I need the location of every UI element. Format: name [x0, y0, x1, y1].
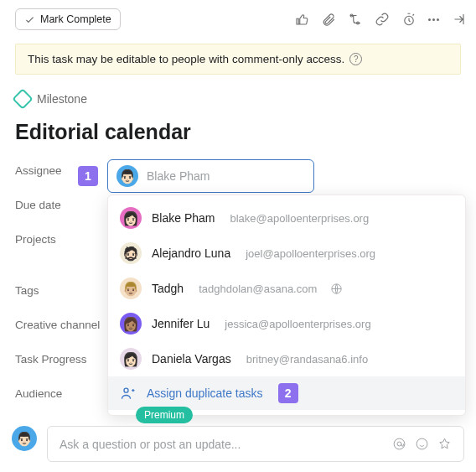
svg-point-5: [416, 438, 427, 449]
mark-complete-label: Mark Complete: [40, 13, 111, 25]
svg-point-4: [397, 442, 401, 446]
globe-icon: [330, 283, 343, 295]
subtask-icon[interactable]: [348, 12, 363, 27]
callout-1: 1: [78, 166, 98, 186]
notice-text: This task may be editable to people with…: [28, 53, 344, 65]
suggestion-jennifer-lu[interactable]: 👩🏽 Jennifer Lu jessica@apolloenterprises…: [108, 306, 465, 341]
star-icon[interactable]: [437, 437, 452, 451]
assignee-input[interactable]: [147, 169, 305, 183]
assign-duplicate-label: Assign duplicate tasks: [147, 386, 263, 400]
check-icon: [24, 14, 35, 25]
attachment-icon[interactable]: [321, 12, 336, 27]
access-notice-banner: This task may be editable to people with…: [15, 44, 461, 75]
task-toolbar: Mark Complete: [0, 0, 476, 35]
mention-icon[interactable]: [392, 437, 406, 451]
assignee-dropdown: 👩🏻 Blake Pham blake@apolloenterprises.or…: [107, 195, 466, 416]
emoji-icon[interactable]: [415, 437, 429, 451]
svg-point-3: [394, 438, 405, 449]
svg-point-2: [124, 388, 128, 392]
assign-duplicate-tasks[interactable]: Assign duplicate tasks 2: [108, 376, 465, 410]
avatar: 🧔🏻: [120, 242, 142, 264]
people-plus-icon: [120, 385, 137, 402]
suggestion-blake-pham[interactable]: 👩🏻 Blake Pham blake@apolloenterprises.or…: [108, 200, 465, 236]
milestone-label: Milestone: [37, 92, 87, 106]
help-icon[interactable]: ?: [349, 53, 362, 65]
avatar: 👨🏼: [120, 277, 142, 299]
milestone-row[interactable]: Milestone: [0, 88, 476, 117]
suggestion-email: jessica@apolloenterprises.org: [225, 318, 370, 330]
assignee-input-wrap[interactable]: 👨🏻: [107, 159, 314, 193]
callout-1-wrap: 1: [78, 166, 98, 186]
avatar: 👩🏻: [120, 207, 142, 229]
avatar: 👩🏽: [120, 313, 142, 335]
premium-badge: Premium: [136, 407, 193, 423]
suggestion-name: Jennifer Lu: [152, 317, 210, 330]
comment-input[interactable]: [60, 438, 392, 451]
mark-complete-button[interactable]: Mark Complete: [15, 8, 121, 30]
milestone-icon: [12, 88, 33, 109]
comment-icon-group: [392, 437, 452, 451]
collapse-panel-icon[interactable]: [451, 12, 466, 27]
suggestion-name: Tadgh: [152, 282, 184, 295]
avatar: 👩🏻: [120, 348, 142, 370]
task-title[interactable]: Editorial calendar: [0, 117, 476, 159]
suggestion-tadgh[interactable]: 👨🏼 Tadgh tadghdolan@asana.com: [108, 271, 465, 306]
link-icon[interactable]: [375, 12, 390, 27]
thumbs-up-icon[interactable]: [294, 12, 309, 27]
suggestion-email: blake@apolloenterprises.org: [230, 212, 369, 225]
comment-input-wrap[interactable]: [47, 426, 464, 462]
suggestion-email: joel@apolloenterprises.org: [246, 247, 375, 260]
suggestion-email: britney@randasana6.info: [246, 353, 368, 366]
suggestion-name: Alejandro Luna: [152, 246, 230, 260]
suggestion-email: tadghdolan@asana.com: [199, 283, 317, 295]
suggestion-daniela-vargas[interactable]: 👩🏻 Daniela Vargas britney@randasana6.inf…: [108, 341, 465, 376]
suggestion-name: Blake Pham: [152, 211, 215, 225]
assignee-avatar: 👨🏻: [116, 165, 138, 187]
more-icon[interactable]: [428, 18, 439, 21]
callout-2: 2: [278, 383, 298, 403]
toolbar-icon-group: [294, 12, 466, 27]
suggestion-name: Daniela Vargas: [152, 352, 231, 366]
comment-area: 👨🏻: [12, 426, 464, 462]
timer-icon[interactable]: [401, 12, 416, 27]
current-user-avatar: 👨🏻: [12, 426, 37, 451]
suggestion-alejandro-luna[interactable]: 🧔🏻 Alejandro Luna joel@apolloenterprises…: [108, 236, 465, 271]
